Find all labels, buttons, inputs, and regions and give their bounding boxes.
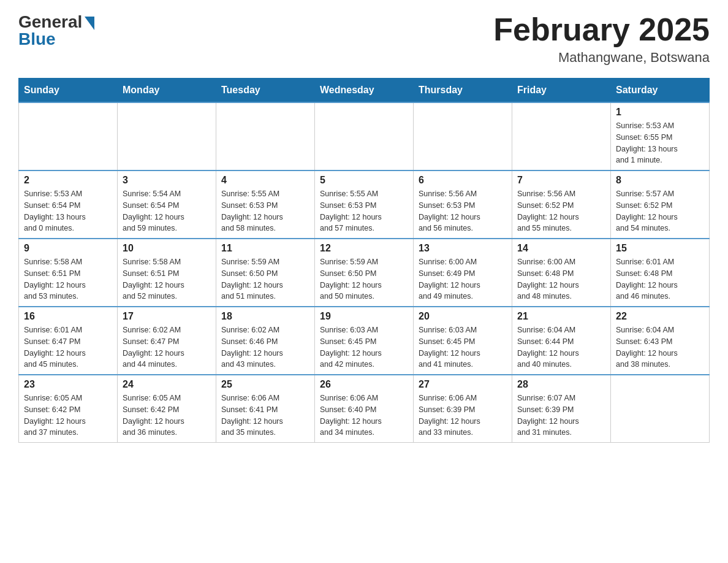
calendar-cell: 3Sunrise: 5:54 AMSunset: 6:54 PMDaylight… [118, 170, 216, 239]
calendar-cell: 4Sunrise: 5:55 AMSunset: 6:53 PMDaylight… [216, 170, 315, 239]
day-info: Sunrise: 6:00 AMSunset: 6:48 PMDaylight:… [517, 256, 605, 302]
day-info: Sunrise: 5:56 AMSunset: 6:52 PMDaylight:… [517, 188, 605, 234]
calendar-cell: 10Sunrise: 5:58 AMSunset: 6:51 PMDayligh… [118, 239, 216, 307]
day-number: 23 [24, 379, 112, 390]
calendar-cell: 18Sunrise: 6:02 AMSunset: 6:46 PMDayligh… [216, 307, 315, 375]
day-number: 17 [123, 311, 211, 322]
day-number: 13 [419, 243, 507, 254]
day-info: Sunrise: 6:04 AMSunset: 6:44 PMDaylight:… [517, 324, 605, 370]
day-info: Sunrise: 5:55 AMSunset: 6:53 PMDaylight:… [221, 188, 309, 234]
calendar-cell: 6Sunrise: 5:56 AMSunset: 6:53 PMDaylight… [414, 170, 512, 239]
calendar-cell: 7Sunrise: 5:56 AMSunset: 6:52 PMDaylight… [512, 170, 611, 239]
day-number: 21 [517, 311, 605, 322]
day-info: Sunrise: 5:58 AMSunset: 6:51 PMDaylight:… [123, 256, 211, 302]
day-info: Sunrise: 5:54 AMSunset: 6:54 PMDaylight:… [123, 188, 211, 234]
day-info: Sunrise: 5:56 AMSunset: 6:53 PMDaylight:… [419, 188, 507, 234]
calendar-cell [315, 102, 414, 170]
day-number: 18 [221, 311, 309, 322]
calendar-cell: 2Sunrise: 5:53 AMSunset: 6:54 PMDaylight… [19, 170, 118, 239]
day-number: 26 [320, 379, 408, 390]
day-info: Sunrise: 5:53 AMSunset: 6:54 PMDaylight:… [24, 188, 112, 234]
calendar-header-row: SundayMondayTuesdayWednesdayThursdayFrid… [19, 79, 710, 103]
day-number: 9 [24, 243, 112, 254]
calendar-cell: 8Sunrise: 5:57 AMSunset: 6:52 PMDaylight… [611, 170, 710, 239]
calendar-cell: 14Sunrise: 6:00 AMSunset: 6:48 PMDayligh… [512, 239, 611, 307]
title-block: February 2025 Mathangwane, Botswana [493, 12, 710, 66]
day-number: 1 [616, 107, 704, 118]
day-info: Sunrise: 6:06 AMSunset: 6:40 PMDaylight:… [320, 393, 408, 439]
day-of-week-header: Tuesday [216, 79, 315, 103]
day-info: Sunrise: 6:06 AMSunset: 6:39 PMDaylight:… [419, 393, 507, 439]
calendar-cell [216, 102, 315, 170]
calendar-cell: 26Sunrise: 6:06 AMSunset: 6:40 PMDayligh… [315, 375, 414, 443]
calendar-cell: 15Sunrise: 6:01 AMSunset: 6:48 PMDayligh… [611, 239, 710, 307]
day-number: 3 [123, 175, 211, 186]
logo: General Blue [18, 12, 94, 49]
calendar-table: SundayMondayTuesdayWednesdayThursdayFrid… [18, 78, 710, 443]
day-info: Sunrise: 6:02 AMSunset: 6:46 PMDaylight:… [221, 324, 309, 370]
day-of-week-header: Thursday [414, 79, 512, 103]
page-header: General Blue February 2025 Mathangwane, … [18, 12, 710, 66]
calendar-cell: 19Sunrise: 6:03 AMSunset: 6:45 PMDayligh… [315, 307, 414, 375]
calendar-cell: 21Sunrise: 6:04 AMSunset: 6:44 PMDayligh… [512, 307, 611, 375]
day-number: 10 [123, 243, 211, 254]
day-info: Sunrise: 6:02 AMSunset: 6:47 PMDaylight:… [123, 324, 211, 370]
day-of-week-header: Wednesday [315, 79, 414, 103]
month-title: February 2025 [493, 12, 710, 47]
logo-blue-text: Blue [18, 29, 56, 49]
day-info: Sunrise: 6:00 AMSunset: 6:49 PMDaylight:… [419, 256, 507, 302]
calendar-cell: 20Sunrise: 6:03 AMSunset: 6:45 PMDayligh… [414, 307, 512, 375]
logo-arrow-icon [85, 17, 94, 30]
calendar-week-row: 16Sunrise: 6:01 AMSunset: 6:47 PMDayligh… [19, 307, 710, 375]
day-number: 8 [616, 175, 704, 186]
calendar-cell: 9Sunrise: 5:58 AMSunset: 6:51 PMDaylight… [19, 239, 118, 307]
calendar-cell: 25Sunrise: 6:06 AMSunset: 6:41 PMDayligh… [216, 375, 315, 443]
calendar-cell: 16Sunrise: 6:01 AMSunset: 6:47 PMDayligh… [19, 307, 118, 375]
calendar-week-row: 2Sunrise: 5:53 AMSunset: 6:54 PMDaylight… [19, 170, 710, 239]
day-info: Sunrise: 6:05 AMSunset: 6:42 PMDaylight:… [123, 393, 211, 439]
day-number: 22 [616, 311, 704, 322]
day-number: 24 [123, 379, 211, 390]
day-info: Sunrise: 5:59 AMSunset: 6:50 PMDaylight:… [221, 256, 309, 302]
day-info: Sunrise: 6:03 AMSunset: 6:45 PMDaylight:… [419, 324, 507, 370]
day-info: Sunrise: 5:53 AMSunset: 6:55 PMDaylight:… [616, 120, 704, 166]
calendar-cell: 11Sunrise: 5:59 AMSunset: 6:50 PMDayligh… [216, 239, 315, 307]
day-number: 2 [24, 175, 112, 186]
calendar-cell [414, 102, 512, 170]
day-number: 5 [320, 175, 408, 186]
day-of-week-header: Monday [118, 79, 216, 103]
day-number: 12 [320, 243, 408, 254]
calendar-cell [19, 102, 118, 170]
day-number: 27 [419, 379, 507, 390]
day-number: 19 [320, 311, 408, 322]
day-info: Sunrise: 6:01 AMSunset: 6:47 PMDaylight:… [24, 324, 112, 370]
calendar-cell: 28Sunrise: 6:07 AMSunset: 6:39 PMDayligh… [512, 375, 611, 443]
calendar-cell: 27Sunrise: 6:06 AMSunset: 6:39 PMDayligh… [414, 375, 512, 443]
calendar-week-row: 23Sunrise: 6:05 AMSunset: 6:42 PMDayligh… [19, 375, 710, 443]
calendar-cell [611, 375, 710, 443]
calendar-cell: 5Sunrise: 5:55 AMSunset: 6:53 PMDaylight… [315, 170, 414, 239]
calendar-cell [512, 102, 611, 170]
day-number: 28 [517, 379, 605, 390]
calendar-cell: 13Sunrise: 6:00 AMSunset: 6:49 PMDayligh… [414, 239, 512, 307]
day-info: Sunrise: 6:01 AMSunset: 6:48 PMDaylight:… [616, 256, 704, 302]
location: Mathangwane, Botswana [493, 50, 710, 66]
day-info: Sunrise: 5:55 AMSunset: 6:53 PMDaylight:… [320, 188, 408, 234]
calendar-cell: 24Sunrise: 6:05 AMSunset: 6:42 PMDayligh… [118, 375, 216, 443]
day-of-week-header: Saturday [611, 79, 710, 103]
calendar-cell [118, 102, 216, 170]
day-info: Sunrise: 5:57 AMSunset: 6:52 PMDaylight:… [616, 188, 704, 234]
day-number: 7 [517, 175, 605, 186]
day-info: Sunrise: 6:07 AMSunset: 6:39 PMDaylight:… [517, 393, 605, 439]
day-number: 6 [419, 175, 507, 186]
day-info: Sunrise: 6:06 AMSunset: 6:41 PMDaylight:… [221, 393, 309, 439]
calendar-week-row: 1Sunrise: 5:53 AMSunset: 6:55 PMDaylight… [19, 102, 710, 170]
day-info: Sunrise: 5:58 AMSunset: 6:51 PMDaylight:… [24, 256, 112, 302]
day-number: 25 [221, 379, 309, 390]
day-info: Sunrise: 6:03 AMSunset: 6:45 PMDaylight:… [320, 324, 408, 370]
calendar-week-row: 9Sunrise: 5:58 AMSunset: 6:51 PMDaylight… [19, 239, 710, 307]
day-number: 14 [517, 243, 605, 254]
day-number: 16 [24, 311, 112, 322]
calendar-cell: 12Sunrise: 5:59 AMSunset: 6:50 PMDayligh… [315, 239, 414, 307]
day-info: Sunrise: 6:04 AMSunset: 6:43 PMDaylight:… [616, 324, 704, 370]
